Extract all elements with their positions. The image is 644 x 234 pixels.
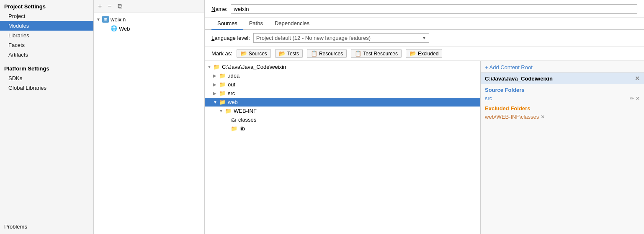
copy-module-button[interactable]: ⧉	[116, 2, 124, 11]
remove-source-icon[interactable]: ✕	[636, 96, 640, 101]
source-folders-title: Source Folders	[481, 84, 644, 94]
web-label: web	[228, 99, 238, 105]
webinf-label: WEB-INF	[234, 108, 257, 114]
test-resources-icon	[355, 50, 361, 57]
sidebar-item-libraries[interactable]: Libraries	[0, 31, 93, 40]
dropdown-chevron-icon: ▼	[422, 36, 426, 40]
excluded-folder-icon	[410, 50, 416, 57]
mark-test-resources-label: Test Resources	[363, 51, 398, 57]
tab-sources[interactable]: Sources	[211, 18, 243, 30]
src-chevron-icon	[213, 91, 219, 96]
mark-as-tests-button[interactable]: Tests	[275, 49, 303, 58]
mark-as-row: Mark as: Sources Tests Resources Test Re…	[205, 47, 644, 61]
module-icon: m	[102, 16, 109, 23]
mark-resources-label: Resources	[319, 51, 343, 57]
sidebar-item-global-libraries[interactable]: Global Libraries	[0, 83, 93, 93]
src-label: src	[228, 90, 235, 96]
add-content-root-button[interactable]: + Add Content Root	[485, 64, 533, 70]
name-input[interactable]	[231, 4, 637, 14]
platform-settings-title: Platform Settings	[0, 62, 93, 73]
web-label: Web	[119, 26, 130, 32]
idea-chevron-icon	[213, 73, 219, 78]
file-node-classes[interactable]: 🗂 classes	[205, 115, 480, 124]
sidebar-item-facets[interactable]: Facets	[0, 40, 93, 50]
source-folder-label: src	[485, 95, 492, 101]
tree-toolbar: + − ⧉	[94, 0, 204, 13]
file-node-out[interactable]: 📁 out	[205, 80, 480, 89]
remove-excluded-icon[interactable]: ✕	[541, 114, 545, 120]
file-node-web[interactable]: 📁 web	[205, 98, 480, 107]
source-folder-item: src ✏ ✕	[481, 94, 644, 103]
sidebar-item-project[interactable]: Project	[0, 11, 93, 21]
content-root-path: C:\Java\Java_Code\weixin ✕	[481, 73, 644, 84]
module-tree-panel: + − ⧉ m weixin 🌐 Web	[94, 0, 205, 234]
tab-content-sources: Language level: Project default (12 - No…	[205, 30, 644, 234]
mark-as-test-resources-button[interactable]: Test Resources	[351, 49, 402, 58]
idea-folder-icon: 📁	[219, 73, 226, 79]
sidebar-item-artifacts[interactable]: Artifacts	[0, 50, 93, 60]
file-node-src[interactable]: 📁 src	[205, 89, 480, 98]
idea-label: .idea	[228, 73, 240, 79]
web-chevron-icon	[213, 100, 219, 104]
excluded-folders-title: Excluded Folders	[481, 103, 644, 112]
file-node-lib[interactable]: 📁 lib	[205, 124, 480, 133]
file-node-root[interactable]: 📁 C:\Java\Java_Code\weixin	[205, 62, 480, 71]
lib-folder-icon: 📁	[231, 125, 237, 132]
excluded-folder-item: web\WEB-INF\classes ✕	[481, 112, 644, 121]
language-level-label: Language level:	[211, 35, 250, 41]
edit-source-icon[interactable]: ✏	[630, 96, 634, 101]
webinf-folder-icon: 📁	[225, 108, 232, 114]
webinf-chevron-icon	[219, 109, 225, 113]
split-area: 📁 C:\Java\Java_Code\weixin 📁 .idea 📁 out	[205, 61, 644, 234]
mark-as-resources-button[interactable]: Resources	[307, 49, 347, 58]
excluded-folder-label: web\WEB-INF\classes	[485, 114, 539, 120]
mark-as-sources-button[interactable]: Sources	[237, 49, 271, 58]
content-root-path-label: C:\Java\Java_Code\weixin	[485, 75, 553, 82]
classes-label: classes	[238, 117, 256, 123]
tabs-row: Sources Paths Dependencies	[205, 18, 644, 30]
src-folder-icon: 📁	[219, 90, 226, 96]
name-row: Name:	[205, 0, 644, 18]
info-panel-header: + Add Content Root	[481, 61, 644, 73]
tab-dependencies[interactable]: Dependencies	[269, 18, 315, 30]
sidebar: Project Settings Project Modules Librari…	[0, 0, 94, 234]
web-folder-icon: 📁	[219, 99, 226, 105]
tree-node-weixin[interactable]: m weixin	[94, 15, 204, 24]
chevron-icon	[96, 17, 102, 22]
content-root-close-icon[interactable]: ✕	[635, 75, 640, 82]
language-level-select[interactable]: Project default (12 - No new language fe…	[253, 33, 429, 43]
tests-folder-icon	[279, 50, 286, 57]
module-label: weixin	[111, 16, 126, 23]
resources-icon	[311, 50, 317, 57]
mark-sources-label: Sources	[249, 51, 267, 57]
root-path-label: C:\Java\Java_Code\weixin	[222, 64, 286, 70]
project-settings-title: Project Settings	[0, 0, 93, 11]
language-level-value: Project default (12 - No new language fe…	[256, 35, 371, 41]
file-node-idea[interactable]: 📁 .idea	[205, 71, 480, 80]
tab-paths[interactable]: Paths	[243, 18, 269, 30]
classes-folder-icon: 🗂	[231, 117, 236, 123]
main-content: Name: Sources Paths Dependencies Languag…	[205, 0, 644, 234]
out-label: out	[228, 81, 235, 88]
root-chevron-icon	[207, 65, 213, 69]
tree-node-web[interactable]: 🌐 Web	[94, 24, 204, 33]
out-folder-icon: 📁	[219, 81, 226, 88]
mark-excluded-label: Excluded	[418, 51, 438, 57]
root-folder-icon: 📁	[213, 64, 220, 70]
mark-as-label: Mark as:	[211, 50, 232, 57]
language-row: Language level: Project default (12 - No…	[205, 30, 644, 47]
web-icon: 🌐	[111, 25, 117, 32]
sidebar-item-modules[interactable]: Modules	[0, 21, 93, 31]
sources-folder-icon	[240, 50, 247, 57]
file-node-webinf[interactable]: 📁 WEB-INF	[205, 107, 480, 115]
sidebar-item-sdks[interactable]: SDKs	[0, 73, 93, 83]
info-panel: + Add Content Root C:\Java\Java_Code\wei…	[481, 61, 644, 234]
remove-module-button[interactable]: −	[106, 2, 113, 11]
mark-tests-label: Tests	[287, 51, 299, 57]
mark-as-excluded-button[interactable]: Excluded	[406, 49, 442, 58]
name-label: Name:	[211, 6, 227, 12]
sidebar-item-problems[interactable]: Problems	[0, 222, 93, 234]
lib-label: lib	[240, 125, 245, 132]
add-module-button[interactable]: +	[96, 2, 103, 11]
file-tree: 📁 C:\Java\Java_Code\weixin 📁 .idea 📁 out	[205, 61, 481, 234]
